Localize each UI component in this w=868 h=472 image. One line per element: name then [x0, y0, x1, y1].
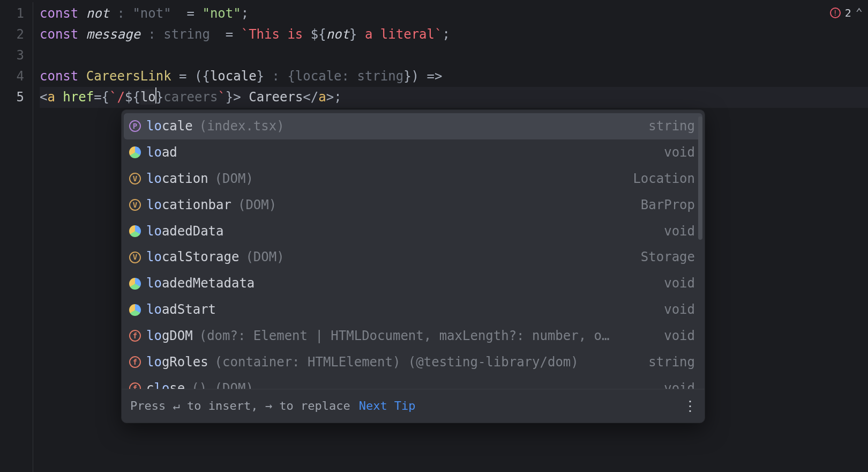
code-editor[interactable]: 12345 const not : "not" = "not";const me…: [0, 0, 868, 472]
completion-hint-bar: Press ↵ to insert, → to replace Next Tip…: [122, 389, 705, 423]
error-icon[interactable]: !: [830, 8, 841, 18]
completion-kind-c-icon: [129, 225, 141, 237]
completion-item[interactable]: loadedMetadatavoid: [124, 270, 702, 297]
line-number: 5: [0, 87, 24, 108]
completion-item-type: void: [664, 273, 695, 294]
completion-kind-c-icon: [129, 278, 141, 290]
completion-item-detail: () (DOM): [191, 378, 253, 389]
completion-item-detail: (DOM): [215, 168, 253, 189]
completion-item-type: BarProp: [641, 195, 695, 216]
completion-item[interactable]: fclose() (DOM)void: [124, 375, 702, 389]
code-line[interactable]: const not : "not" = "not";: [40, 3, 868, 24]
inspection-strip[interactable]: ! 2 ⌃: [830, 3, 863, 23]
hint-text: Press: [130, 399, 173, 412]
completion-item-name: load: [146, 142, 177, 163]
completion-item-name: loadStart: [146, 299, 216, 320]
enter-key-icon: ↵: [173, 396, 179, 416]
line-number: 1: [0, 3, 24, 24]
completion-kind-f-icon: f: [129, 382, 141, 389]
line-number: 3: [0, 45, 24, 66]
error-count: 2: [845, 4, 851, 21]
completion-kind-v-icon: V: [129, 199, 141, 211]
completion-item-detail: (container: HTMLElement) (@testing-libra…: [215, 352, 579, 373]
completion-item-type: void: [664, 299, 695, 320]
collapse-icon[interactable]: ⌃: [856, 3, 863, 23]
completion-item-type: void: [664, 142, 695, 163]
next-tip-link[interactable]: Next Tip: [359, 396, 416, 416]
completion-item-detail: (index.tsx): [199, 116, 285, 137]
completion-kind-v-icon: V: [129, 252, 141, 263]
completion-kind-c-icon: [129, 146, 141, 158]
completion-item-name: localStorage: [146, 247, 239, 268]
completion-kind-p-icon: P: [129, 120, 141, 132]
completion-item[interactable]: loadvoid: [124, 139, 702, 166]
completion-item-type: void: [664, 221, 695, 242]
completion-item-name: loadedMetadata: [146, 273, 255, 294]
completion-item[interactable]: flogRoles(container: HTMLElement) (@test…: [124, 349, 702, 375]
completion-item[interactable]: loadedDatavoid: [124, 218, 702, 245]
line-number-gutter: 12345: [0, 2, 33, 472]
completion-item-type: string: [648, 116, 695, 137]
completion-item-name: locationbar: [146, 195, 231, 216]
line-number: 4: [0, 66, 24, 87]
completion-item[interactable]: VlocalStorage(DOM)Storage: [124, 244, 702, 270]
completion-item-type: Location: [633, 168, 695, 189]
completion-item-name: location: [146, 168, 208, 189]
code-line[interactable]: [40, 45, 868, 66]
code-line[interactable]: const CareersLink = ({locale} : {locale:…: [40, 66, 868, 87]
completion-item[interactable]: flogDOM(dom?: Element | HTMLDocument, ma…: [124, 323, 702, 349]
completion-kind-f-icon: f: [129, 330, 141, 342]
completion-kind-c-icon: [129, 304, 141, 316]
kebab-menu-icon[interactable]: ⋮: [683, 395, 696, 417]
completion-item[interactable]: Vlocationbar(DOM)BarProp: [124, 192, 702, 218]
completion-kind-v-icon: V: [129, 173, 141, 185]
completion-item-name: loadedData: [146, 221, 224, 242]
completion-item-name: logDOM: [146, 326, 193, 346]
completion-item-type: Storage: [641, 247, 695, 268]
completion-item-type: void: [664, 378, 695, 389]
code-line[interactable]: <a href={`/${lo}careers`}> Careers</a>;: [40, 87, 868, 108]
completion-item[interactable]: Vlocation(DOM)Location: [124, 166, 702, 192]
completion-popup[interactable]: Plocale(index.tsx)stringloadvoidVlocatio…: [121, 109, 705, 423]
code-line[interactable]: const message : string = `This is ${not}…: [40, 24, 868, 45]
completion-item-detail: (DOM): [238, 195, 276, 216]
completion-item-type: string: [648, 352, 695, 373]
scrollbar-thumb[interactable]: [698, 116, 702, 240]
completion-item-name: logRoles: [146, 352, 208, 373]
tab-key-icon: →: [265, 396, 272, 416]
completion-item-detail: (DOM): [245, 247, 284, 268]
line-number: 2: [0, 24, 24, 45]
completion-item[interactable]: loadStartvoid: [124, 297, 702, 323]
completion-kind-f-icon: f: [129, 356, 141, 368]
completion-item[interactable]: Plocale(index.tsx)string: [124, 113, 702, 139]
completion-item-name: close: [146, 378, 185, 389]
completion-item-type: void: [664, 326, 695, 346]
completion-item-name: locale: [146, 116, 193, 137]
completion-list[interactable]: Plocale(index.tsx)stringloadvoidVlocatio…: [122, 110, 705, 389]
completion-item-detail: (dom?: Element | HTMLDocument, maxLength…: [199, 326, 610, 346]
